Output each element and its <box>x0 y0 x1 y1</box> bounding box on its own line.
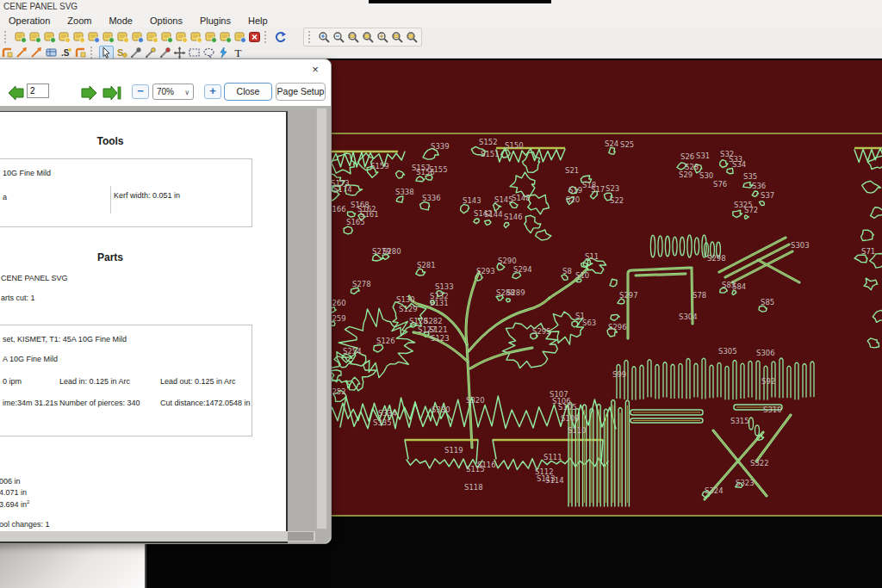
part-label-s34: S34 <box>732 160 746 169</box>
paste-to-nest-icon[interactable] <box>115 30 130 44</box>
copy-selection-icon[interactable] <box>86 30 101 44</box>
contour-offset-icon[interactable] <box>73 46 88 59</box>
preview-toolbar: 2 − 70% ∨ + Close Page Setup <box>0 80 331 106</box>
menu-bar: OperationZoomModeOptionsPluginsHelp <box>0 14 882 28</box>
part-label-s114: S114 <box>545 476 564 485</box>
move-to-sheet-icon[interactable] <box>145 30 159 44</box>
part-list-icon[interactable] <box>233 30 247 44</box>
contour-edit-icon[interactable] <box>158 46 172 59</box>
segment-edit-icon[interactable] <box>143 46 158 59</box>
menu-plugins[interactable]: Plugins <box>191 14 239 28</box>
line-tool-icon[interactable] <box>29 46 44 59</box>
tool-changes: ool changes: 1 <box>0 520 50 529</box>
part-label-s131: S131 <box>430 299 449 307</box>
simulate-icon[interactable] <box>216 46 231 59</box>
tool-type: a <box>3 193 7 201</box>
menu-help[interactable]: Help <box>239 14 276 28</box>
part-label-s143: S143 <box>463 196 481 205</box>
horizontal-scrollbar[interactable] <box>0 531 315 542</box>
zoom-window-icon[interactable] <box>346 30 361 44</box>
delete-part-icon[interactable] <box>247 30 262 44</box>
drawing-canvas[interactable]: S339S152S151S150S24S25S21S18S19S20S17S23… <box>327 59 882 588</box>
part-label-s293: S293 <box>476 267 495 275</box>
part-label-s99: S99 <box>612 370 626 379</box>
previous-page-button[interactable] <box>6 83 27 103</box>
part-name: CENE PANEL SVG <box>1 274 68 282</box>
next-page-button[interactable] <box>78 83 99 103</box>
part-label-s35: S35 <box>743 172 757 181</box>
select-similar-icon[interactable]: S <box>114 46 128 59</box>
menu-options[interactable]: Options <box>141 14 191 28</box>
part-label-s151: S151 <box>481 150 500 158</box>
tool-name: 10G Fine Mild <box>3 169 51 177</box>
close-button[interactable]: Close <box>224 83 272 101</box>
part-label-s130: S130 <box>396 295 415 304</box>
cut-distance: Cut distance:1472.0548 in <box>160 399 251 407</box>
pick-part-icon[interactable] <box>189 30 203 44</box>
zoom-out-button[interactable]: − <box>132 84 149 99</box>
lift-part-icon[interactable] <box>203 30 218 44</box>
zoom-part-icon[interactable] <box>361 30 376 44</box>
menu-mode[interactable]: Mode <box>100 14 141 28</box>
zoom-in-icon[interactable] <box>317 30 332 44</box>
menu-zoom[interactable]: Zoom <box>59 14 100 28</box>
zoom-out-icon[interactable] <box>332 30 346 44</box>
vertical-scrollbar[interactable] <box>316 108 327 529</box>
add-part-icon[interactable] <box>13 30 28 44</box>
dialog-titlebar[interactable]: × <box>0 59 331 80</box>
page-number-input[interactable]: 2 <box>27 84 49 98</box>
zoom-sheet-icon[interactable] <box>390 30 405 44</box>
insert-part-icon[interactable] <box>57 30 71 44</box>
move-origin-icon[interactable] <box>172 46 187 59</box>
canvas-void <box>146 544 329 588</box>
add-to-nest-icon[interactable] <box>101 30 115 44</box>
polygon-select-icon[interactable] <box>202 46 216 59</box>
zoom-level-dropdown[interactable]: 70% ∨ <box>152 84 194 100</box>
paste-part-icon[interactable] <box>71 30 86 44</box>
zoom-in-button[interactable]: + <box>204 84 221 99</box>
window-select-icon[interactable] <box>187 46 202 59</box>
part-label-s294: S294 <box>513 265 532 274</box>
undo-icon[interactable] <box>273 30 288 44</box>
part-label-s30: S30 <box>699 171 713 180</box>
part-label-s115: S115 <box>466 465 485 473</box>
point-tool-icon[interactable] <box>15 46 29 59</box>
replace-part-icon[interactable] <box>218 30 233 44</box>
part-label-s20: S20 <box>566 195 580 204</box>
page-setup-button[interactable]: Page Setup <box>276 83 326 101</box>
node-edit-icon[interactable] <box>128 46 143 59</box>
parts-panel <box>0 544 146 588</box>
toolbar-separator <box>264 31 270 43</box>
scrollbar-thumb[interactable] <box>288 532 314 541</box>
part-label-s10: S10 <box>575 271 589 280</box>
post-script-icon[interactable]: .S <box>59 46 73 59</box>
feed-rate: 0 ipm <box>3 377 22 386</box>
toolbar-separator <box>90 46 96 59</box>
preview-page: Tools 10G Fine Mild a Kerf width: 0.051 … <box>0 111 288 543</box>
print-preview-dialog: × 2 − 70% ∨ + Close Page Setup Tools 10G… <box>0 59 332 544</box>
paste-array-icon[interactable] <box>159 30 174 44</box>
jet-mode-icon[interactable] <box>0 46 15 59</box>
duplicate-part-icon[interactable] <box>42 30 57 44</box>
part-label-s24: S24 <box>605 139 618 148</box>
machine-setup-icon[interactable] <box>44 46 59 59</box>
menu-operation[interactable]: Operation <box>0 14 59 28</box>
link-part-icon[interactable] <box>174 30 189 44</box>
zoom-extents-icon[interactable] <box>376 30 390 44</box>
copy-to-sheet-icon[interactable] <box>130 30 145 44</box>
insert-text-icon[interactable]: T <box>231 46 245 59</box>
part-label-s310: S310 <box>763 405 782 414</box>
select-tool-icon[interactable] <box>99 46 114 59</box>
part-label-s303: S303 <box>791 241 810 250</box>
part-label-s31: S31 <box>696 152 710 160</box>
part-label-s336: S336 <box>422 194 441 202</box>
part-label-s8: S8 <box>562 267 572 275</box>
last-page-button[interactable] <box>102 83 122 103</box>
copy-part-icon[interactable] <box>28 30 42 44</box>
part-label-s339: S339 <box>431 142 450 151</box>
close-icon[interactable]: × <box>308 63 322 77</box>
zoom-selected-icon[interactable] <box>405 30 419 44</box>
part-label-s17: S17 <box>591 185 605 194</box>
sheet-area: 3.694 in2 <box>0 499 29 509</box>
kerf-width: Kerf width: 0.051 in <box>114 191 180 200</box>
